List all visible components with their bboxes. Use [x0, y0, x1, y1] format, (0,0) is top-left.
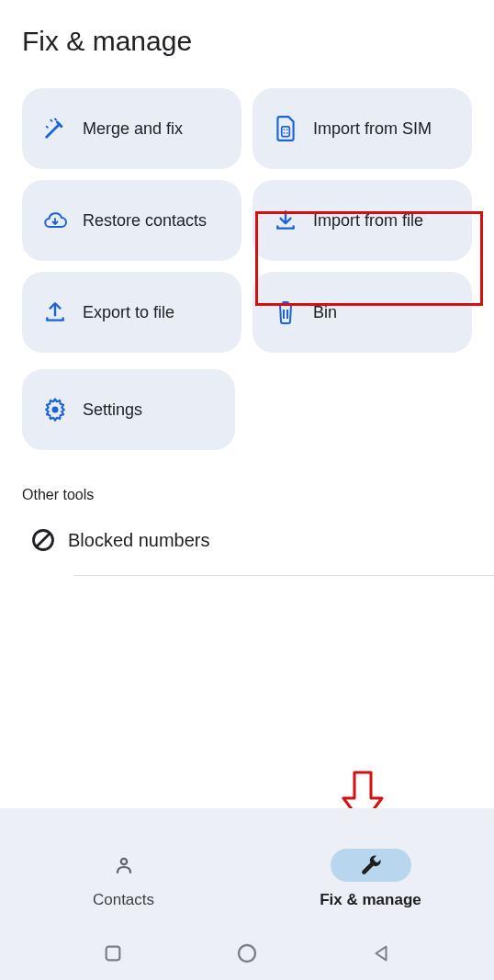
settings-tile[interactable]: Settings: [22, 369, 235, 450]
block-icon: [22, 527, 64, 553]
sim-icon: [267, 115, 304, 142]
tile-label: Import from SIM: [304, 118, 432, 140]
wand-icon: [37, 116, 73, 141]
restore-contacts-tile[interactable]: Restore contacts: [22, 180, 241, 261]
bin-tile[interactable]: Bin: [253, 272, 472, 353]
blocked-numbers-item[interactable]: Blocked numbers: [0, 520, 494, 575]
wrench-icon: [359, 853, 383, 877]
page-header: Fix & manage: [0, 0, 494, 66]
export-to-file-tile[interactable]: Export to file: [22, 272, 241, 353]
upload-icon: [37, 300, 73, 324]
person-icon: [113, 854, 135, 876]
back-button[interactable]: [371, 943, 391, 963]
import-from-sim-tile[interactable]: Import from SIM: [253, 88, 472, 169]
tile-label: Bin: [304, 301, 337, 323]
tools-grid: Merge and fix Import from SIM: [0, 66, 494, 369]
tool-label: Blocked numbers: [64, 530, 210, 551]
nav-label: Contacts: [93, 891, 154, 909]
tile-label: Restore contacts: [73, 209, 207, 231]
svg-point-5: [52, 407, 59, 413]
system-nav: [0, 927, 494, 980]
import-from-file-tile[interactable]: Import from file: [253, 180, 472, 261]
cloud-download-icon: [37, 209, 73, 231]
svg-point-1: [284, 129, 286, 130]
download-icon: [267, 208, 304, 232]
svg-point-3: [284, 132, 286, 134]
merge-and-fix-tile[interactable]: Merge and fix: [22, 88, 241, 169]
svg-point-9: [239, 945, 255, 962]
divider: [73, 575, 494, 576]
page-title: Fix & manage: [22, 26, 472, 57]
home-button[interactable]: [236, 942, 258, 964]
svg-point-2: [286, 129, 288, 130]
nav-label: Fix & manage: [320, 891, 421, 909]
trash-icon: [267, 299, 304, 325]
tile-label: Import from file: [304, 209, 423, 231]
svg-rect-0: [282, 127, 290, 137]
svg-rect-8: [106, 947, 119, 961]
tile-label: Merge and fix: [73, 118, 183, 140]
svg-point-7: [120, 859, 126, 864]
recent-apps-button[interactable]: [103, 943, 123, 963]
svg-point-4: [286, 132, 288, 134]
gear-icon: [37, 397, 73, 422]
tile-label: Settings: [73, 399, 142, 421]
tile-label: Export to file: [73, 301, 174, 323]
other-tools-heading: Other tools: [0, 468, 494, 520]
